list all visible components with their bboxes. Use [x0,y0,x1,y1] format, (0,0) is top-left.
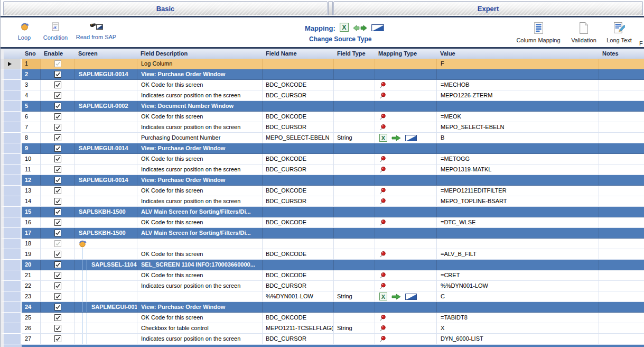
mapping-type-cell[interactable] [375,101,437,112]
mapper-icon[interactable] [371,24,384,33]
field-description-cell[interactable]: OK Code for this screen [137,112,263,122]
sno-cell[interactable]: 20 [22,260,41,270]
screen-cell[interactable] [75,154,137,165]
field-type-cell[interactable] [334,281,375,291]
mapping-type-cell[interactable] [375,59,437,69]
field-name-cell[interactable]: BDC_CURSOR [263,122,334,133]
field-name-cell[interactable]: BDC_OKCODE [263,154,334,165]
loop-button[interactable]: Loop [12,22,36,41]
field-description-cell[interactable]: OK Code for this screen [137,217,263,228]
sno-cell[interactable]: 5 [22,101,41,112]
column-header-enable[interactable]: Enable [41,49,75,59]
notes-cell[interactable] [599,59,644,69]
column-header-field-name[interactable]: Field Name [263,49,334,59]
screen-cell[interactable] [75,281,137,291]
map-arrows-icon[interactable] [353,24,367,33]
field-name-cell[interactable]: BDC_OKCODE [263,112,334,122]
mapping-type-cell[interactable] [375,260,437,270]
row-selector[interactable] [1,207,22,217]
mapping-type-cell[interactable] [375,249,437,260]
screen-cell[interactable]: SAPLMEGUI-0014 [75,143,137,154]
screen-cell[interactable]: SAPLMEGUI-0014 [75,69,137,80]
enable-checkbox[interactable] [54,156,61,162]
screen-cell[interactable] [75,270,137,281]
field-name-cell[interactable]: MEPO1211-TCSELFLAG(... [263,323,334,334]
field-type-cell[interactable] [334,313,375,323]
sno-cell[interactable]: 26 [22,323,41,334]
column-header-screen[interactable]: Screen [75,49,137,59]
row-selector[interactable] [1,112,22,122]
mapping-type-cell[interactable] [375,175,437,186]
excel-source-icon[interactable]: X [340,23,349,34]
notes-cell[interactable] [599,143,644,154]
notes-cell[interactable] [599,291,644,302]
mapping-type-cell[interactable] [375,112,437,122]
row-selector[interactable] [1,239,22,249]
field-description-cell[interactable] [137,239,263,249]
value-cell[interactable] [437,175,599,186]
notes-cell[interactable] [599,90,644,101]
row-selector[interactable] [1,323,22,334]
row-selector[interactable] [1,69,22,80]
field-name-cell[interactable] [263,260,334,270]
notes-cell[interactable] [599,239,644,249]
validation-button[interactable]: Validation [566,22,602,43]
row-selector[interactable] [1,165,22,175]
field-name-cell[interactable]: BDC_OKCODE [263,80,334,90]
mapping-type-cell[interactable] [375,228,437,239]
change-source-type-link[interactable]: Change Source Type [309,35,371,43]
loop-row-icon[interactable] [78,240,87,248]
enable-checkbox[interactable] [54,261,61,268]
field-name-cell[interactable]: BDC_OKCODE [263,217,334,228]
enable-checkbox[interactable] [54,335,61,342]
field-type-cell[interactable] [334,165,375,175]
notes-cell[interactable] [599,249,644,260]
row-selector[interactable] [1,270,22,281]
field-name-cell[interactable] [263,207,334,217]
mapping-type-cell[interactable] [375,239,437,249]
field-name-cell[interactable] [263,143,334,154]
notes-cell[interactable] [599,207,644,217]
column-header-value[interactable]: Value [437,49,599,59]
screen-cell[interactable] [75,334,137,344]
row-selector[interactable] [1,133,22,143]
value-cell[interactable]: B [437,133,599,143]
field-description-cell[interactable]: OK Code for this screen [137,270,263,281]
notes-cell[interactable] [599,122,644,133]
field-description-cell[interactable]: ALV Main Screen for Sorting/Filters/Di..… [137,228,263,239]
field-description-cell[interactable]: View: Purchase Order Window [137,302,263,313]
notes-cell[interactable] [599,175,644,186]
field-type-cell[interactable]: String [334,133,375,143]
value-cell[interactable]: %%DYN001-LOW [437,281,599,291]
notes-cell[interactable] [599,217,644,228]
notes-cell[interactable] [599,80,644,90]
notes-cell[interactable] [599,270,644,281]
enable-checkbox[interactable] [54,187,61,194]
mapping-type-cell[interactable] [375,270,437,281]
excel-source-icon[interactable]: X [379,293,387,300]
enable-checkbox[interactable] [54,113,61,120]
field-type-cell[interactable] [334,249,375,260]
field-name-cell[interactable]: BDC_CURSOR [263,334,334,344]
field-type-cell[interactable] [334,186,375,196]
value-cell[interactable]: =MEPO1211EDITFILTER [437,186,599,196]
row-selector[interactable] [1,217,22,228]
sno-cell[interactable]: 18 [22,239,41,249]
field-type-cell[interactable] [334,80,375,90]
screen-cell[interactable] [75,112,137,122]
field-name-cell[interactable]: BDC_OKCODE [263,270,334,281]
notes-cell[interactable] [599,281,644,291]
screen-cell[interactable] [75,239,137,249]
mapper-icon[interactable] [405,135,417,141]
long-text-button[interactable]: Long Text [602,22,637,43]
notes-cell[interactable] [599,323,644,334]
screen-cell[interactable]: SAPLMEGUI-0014 [75,302,137,313]
screen-cell[interactable]: SAPLSSEL-1104 [75,260,137,270]
field-description-cell[interactable]: Purchasing Document Number [137,133,263,143]
field-description-cell[interactable]: Indicates cursor position on the screen [137,281,263,291]
field-type-cell[interactable] [334,59,375,69]
mapping-type-cell[interactable] [375,281,437,291]
field-type-cell[interactable] [334,90,375,101]
enable-checkbox[interactable] [54,177,61,184]
value-cell[interactable]: =MEOK [437,112,599,122]
